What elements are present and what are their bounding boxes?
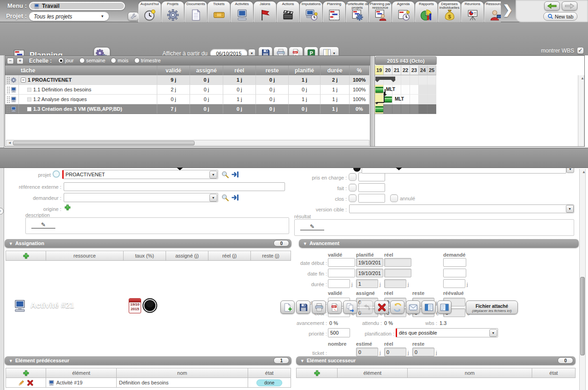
checklist-in-button[interactable] <box>422 300 436 314</box>
goto-element-icon[interactable] <box>231 193 239 202</box>
zoom-out-button[interactable]: − <box>7 58 14 64</box>
scale-radio-semaine[interactable]: semaine <box>79 58 106 63</box>
scale-radio-trimestre[interactable]: trimestre <box>134 58 161 63</box>
predecesseur-row[interactable]: Activité #19Définition des besoinsdone <box>6 378 291 388</box>
successeur-section-header[interactable]: ▼Elément successeur 0 <box>296 356 576 365</box>
column-header-ressource[interactable]: ressource <box>46 251 124 261</box>
add-row-button[interactable] <box>23 370 30 377</box>
history-forward-button[interactable] <box>562 1 577 11</box>
column-header-reste[interactable]: reste <box>256 66 289 75</box>
reference-input[interactable] <box>64 182 285 191</box>
tab-aujourd-hui[interactable]: Aujourd'hui <box>138 1 161 22</box>
project-config-button[interactable] <box>128 12 139 21</box>
detail-vertical-scrollbar[interactable]: ▲ <box>579 169 586 390</box>
gantt-task-row[interactable]: 1.1 Définition des besoins2 j0 j0 j0 j0 … <box>5 85 369 95</box>
copy-activity-button[interactable] <box>343 300 357 314</box>
scroll-up-icon[interactable]: ▲ <box>581 170 587 174</box>
assignation-section-header[interactable]: ▼Assignation 0 <box>5 239 291 248</box>
tab-d-penses-individuelles[interactable]: Dépenses individuelles$ <box>438 1 461 22</box>
summary-bar[interactable] <box>375 77 395 80</box>
goto-element-icon[interactable] <box>231 170 239 179</box>
date-debut-valide-input[interactable] <box>328 258 355 267</box>
date-debut-demande-input[interactable] <box>443 258 466 267</box>
gantt-task-row[interactable]: 1.3 Création des 3 VM (WEB,APP,BD)7 j0 j… <box>5 104 369 114</box>
column-header-assign[interactable]: assigné <box>190 66 223 75</box>
column-header-valid[interactable]: validé <box>157 66 190 75</box>
column-header-r-el[interactable]: réel <box>223 66 256 75</box>
tab-imputations[interactable]: Imputations <box>300 1 322 22</box>
drag-handle-icon[interactable] <box>6 86 10 93</box>
scale-radio-jour[interactable]: jour <box>58 58 73 63</box>
scroll-up-icon[interactable]: ▲ <box>579 76 586 80</box>
resultat-textarea[interactable]: ✎ <box>294 219 574 236</box>
gantt-task-row[interactable]: 1.2 Analyse des risques0 j0 j1 j0 j1 j1 … <box>5 95 369 104</box>
planification-dropdown-button[interactable]: ▼ <box>489 329 497 337</box>
duree-valide-input[interactable] <box>328 279 350 288</box>
undo-button[interactable] <box>359 300 373 314</box>
demandeur-select[interactable] <box>64 193 218 202</box>
tab-tickets[interactable]: Tickets <box>208 1 230 22</box>
new-tab-button[interactable]: New tab <box>543 12 577 21</box>
drag-handle-icon[interactable] <box>6 106 10 113</box>
gantt-vertical-scrollbar[interactable]: ▲ <box>578 75 584 146</box>
date-fin-valide-input[interactable] <box>328 269 355 277</box>
edit-row-button[interactable] <box>18 379 25 386</box>
new-activity-button[interactable] <box>280 300 295 314</box>
version-cible-dropdown-button[interactable]: ▼ <box>566 205 574 213</box>
column-header-[interactable]: % <box>350 66 369 75</box>
scrollbar-thumb[interactable] <box>13 141 195 145</box>
tab-ressources[interactable]: Ressources <box>484 1 501 22</box>
clos-date-input[interactable] <box>358 194 385 203</box>
checklist-out-button[interactable] <box>437 300 451 314</box>
version-cible-select[interactable] <box>349 204 574 213</box>
column-header-taux[interactable]: taux (%) <box>124 251 166 261</box>
tab-planning-par-ressource[interactable]: Planning par ressource <box>369 1 392 22</box>
tab-portefeuille-de-projets[interactable]: Portefeuille de projets <box>346 1 368 22</box>
history-back-button[interactable] <box>544 1 560 11</box>
description-textarea[interactable]: ✎ <box>25 217 289 234</box>
pris-en-charge-checkbox[interactable] <box>349 173 356 181</box>
tab-activit-s[interactable]: Activités <box>231 1 253 22</box>
task-bar[interactable] <box>375 87 383 93</box>
duree-demande-input[interactable] <box>443 279 465 288</box>
tab-actions[interactable]: Actions <box>277 1 299 22</box>
demandeur-dropdown-button[interactable]: ▼ <box>209 194 217 202</box>
gantt-task-row[interactable]: −1 PROACTIVENET9 j0 j1 j0 j1 j2 j100% <box>5 75 369 85</box>
attach-file-dropzone[interactable]: Fichier attaché (déplacer les fichiers i… <box>466 300 518 314</box>
tab-agenda[interactable]: Agenda <box>392 1 415 22</box>
tab-documents[interactable]: Documents <box>184 1 207 22</box>
date-fin-demande-input[interactable] <box>443 269 466 277</box>
planification-select[interactable] <box>396 328 498 337</box>
pane-collapse-handle[interactable] <box>396 168 402 174</box>
avancement-section-header[interactable]: ▼Avancement <box>299 239 579 248</box>
column-header-t-che[interactable]: tâche <box>5 66 157 75</box>
activity-pdf-button[interactable]: PDF <box>327 300 342 314</box>
tab-planning[interactable]: Planning <box>323 1 345 22</box>
pris-en-charge-date-input[interactable] <box>358 173 385 181</box>
scrollbar-thumb[interactable] <box>580 277 585 355</box>
delete-activity-button[interactable] <box>374 300 389 314</box>
scroll-left-icon[interactable]: ◄ <box>6 141 13 145</box>
column-header-nom[interactable]: nom <box>117 368 248 378</box>
add-row-button[interactable] <box>314 370 321 377</box>
send-email-button[interactable] <box>406 300 420 314</box>
column-header-nom[interactable]: nom <box>408 368 532 378</box>
scale-radio-mois[interactable]: mois <box>111 58 128 63</box>
annule-checkbox[interactable] <box>390 194 398 202</box>
tab-overflow-chevron[interactable]: ❯ <box>503 3 513 17</box>
column-header-dur-e[interactable]: durée <box>321 66 350 75</box>
add-origin-button[interactable] <box>64 204 71 211</box>
column-header-tat[interactable]: état <box>532 368 576 378</box>
tab-jalons[interactable]: Jalons <box>254 1 276 22</box>
tab-rapports[interactable]: Rapports <box>415 1 438 22</box>
delete-row-button[interactable] <box>27 379 34 386</box>
fait-checkbox[interactable] <box>349 184 356 192</box>
search-icon[interactable] <box>221 170 229 179</box>
tab-r-unions[interactable]: Réunions <box>461 1 484 22</box>
projet-dropdown-button[interactable]: ▼ <box>209 171 217 179</box>
pane-collapse-handle[interactable] <box>177 168 183 174</box>
checkbox-montrer-wbs[interactable]: ✓ <box>577 47 584 54</box>
column-header-r-el-j[interactable]: réel (j) <box>208 251 251 261</box>
clos-checkbox[interactable] <box>349 194 356 202</box>
projet-select[interactable] <box>62 170 218 179</box>
